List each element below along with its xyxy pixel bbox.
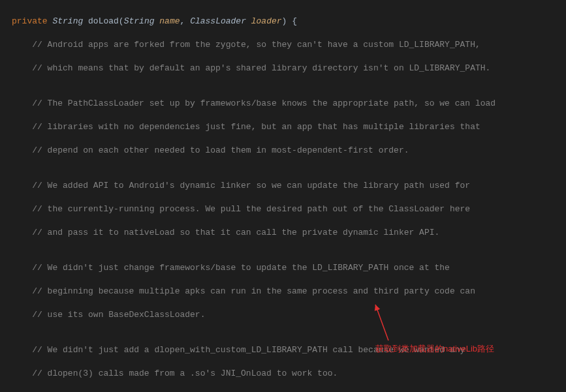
comment: // The PathClassLoader set up by framewo… [32, 98, 495, 108]
code-block: private String doLoad(String name, Class… [0, 0, 566, 392]
comment: // dlopen(3) calls made from a .so's JNI… [32, 369, 338, 378]
comment: // which means that by default an app's … [32, 63, 490, 73]
comment: // libraries with no dependencies just f… [32, 122, 480, 132]
comment: // and pass it to nativeLoad so that it … [32, 228, 439, 237]
comment: // We added API to Android's dynamic lin… [32, 181, 470, 190]
comment: // beginning because multiple apks can r… [32, 286, 475, 296]
comment: // use its own BaseDexClassLoader. [32, 310, 205, 320]
comment: // depend on each other needed to load t… [32, 145, 409, 155]
comment: // Android apps are forked from the zygo… [32, 40, 480, 50]
method-signature: private String doLoad(String name, Class… [12, 16, 566, 27]
comment: // We didn't just change frameworks/base… [32, 263, 450, 273]
comment: // the currently-running process. We pul… [32, 204, 470, 214]
annotation-text: 获取到类加载器的nativeLib路径 [375, 343, 494, 355]
